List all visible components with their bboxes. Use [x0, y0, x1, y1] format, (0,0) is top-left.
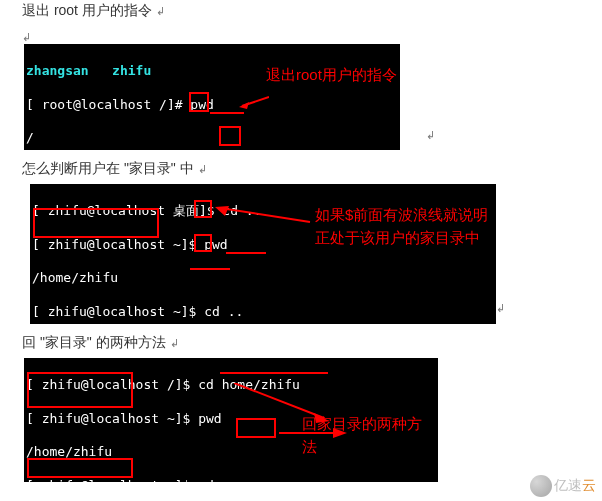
return-symbol: ↲	[198, 163, 207, 175]
term3-l1: [ zhifu@localhost /]$ cd home/zhifu	[26, 377, 438, 394]
terminal-1: zhangsan zhifu [ root@localhost /]# pwd …	[24, 44, 400, 150]
heading-text: 退出 root 用户的指令	[22, 2, 152, 18]
term2-l3: /home/zhifu	[32, 270, 496, 287]
return-symbol: ↲	[426, 129, 435, 142]
terminal-2: [ zhifu@localhost 桌面]$ cd .. [ zhifu@loc…	[30, 184, 496, 324]
return-symbol: ↲	[22, 31, 31, 43]
term2-l1: [ zhifu@localhost 桌面]$ cd ..	[32, 203, 496, 220]
wm-text1: 亿速	[554, 477, 582, 490]
logo-icon	[530, 475, 552, 490]
terminal-block-3: [ zhifu@localhost /]$ cd home/zhifu [ zh…	[24, 358, 602, 482]
term3-l3: /home/zhifu	[26, 444, 438, 461]
blank-line: ↲	[0, 26, 602, 44]
term2-l2: [ zhifu@localhost ~]$ pwd	[32, 237, 496, 254]
terminal-3: [ zhifu@localhost /]$ cd home/zhifu [ zh…	[24, 358, 438, 482]
term3-l2: [ zhifu@localhost ~]$ pwd	[26, 411, 438, 428]
heading-return-home: 回 "家目录" 的两种方法 ↲	[0, 332, 602, 358]
heading-text: 怎么判断用户在 "家目录" 中	[22, 160, 194, 176]
terminal-block-1: zhangsan zhifu [ root@localhost /]# pwd …	[24, 44, 602, 150]
watermark: 亿速云	[530, 475, 596, 490]
term1-l2: /	[26, 130, 400, 147]
term1-l1: [ root@localhost /]# pwd	[26, 97, 400, 114]
term3-l4: [ zhifu@localhost ~]$ cd ..	[26, 478, 438, 482]
term2-l4: [ zhifu@localhost ~]$ cd ..	[32, 304, 496, 321]
wm-text2: 云	[582, 477, 596, 490]
return-symbol: ↲	[170, 337, 179, 349]
terminal-block-2: [ zhifu@localhost 桌面]$ cd .. [ zhifu@loc…	[30, 184, 602, 324]
heading-text: 回 "家目录" 的两种方法	[22, 334, 166, 350]
return-symbol: ↲	[156, 5, 165, 17]
heading-judge-home: 怎么判断用户在 "家目录" 中 ↲	[0, 158, 602, 184]
return-symbol: ↲	[496, 302, 505, 315]
terminal-tabs: zhangsan zhifu	[26, 63, 151, 78]
heading-exit-root: 退出 root 用户的指令 ↲	[0, 0, 602, 26]
